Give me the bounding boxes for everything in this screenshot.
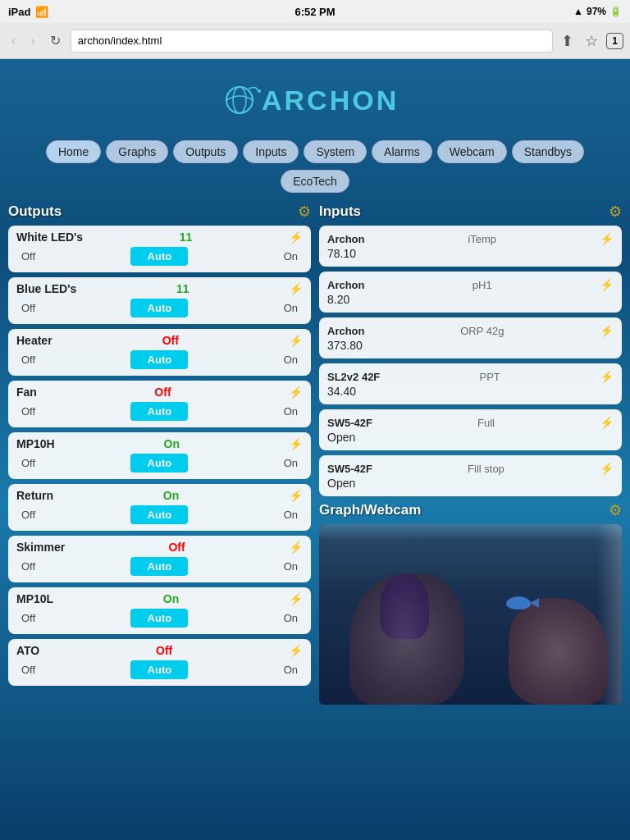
nav-standbys[interactable]: Standbys [512,140,584,163]
wifi-icon: 📶 [35,6,48,18]
off-btn-fan[interactable]: Off [16,403,40,420]
on-btn-heater[interactable]: On [279,351,303,368]
signal-icon: ▲ [573,6,583,17]
on-btn-white-leds[interactable]: On [279,248,303,265]
output-card-return: Return On ⚡ Off Auto On [8,484,311,531]
output-status-ato: Off [156,644,172,657]
input-type-ph1: pH1 [472,279,492,291]
on-btn-fan[interactable]: On [279,403,303,420]
on-btn-mp10l[interactable]: On [279,609,303,627]
graph-gear-icon[interactable]: ⚙ [609,501,622,519]
auto-btn-white-leds[interactable]: Auto [130,247,188,266]
auto-btn-mp10l[interactable]: Auto [130,609,188,628]
inputs-gear-icon[interactable]: ⚙ [609,203,622,221]
tune-icon-orp[interactable]: ⚡ [600,324,614,337]
input-value-full: Open [327,431,614,444]
tune-icon-white-leds[interactable]: ⚡ [289,231,303,244]
page-content: ARCHON Home Graphs Outputs Inputs System… [0,59,630,721]
tune-icon-ato[interactable]: ⚡ [289,644,303,657]
status-bar: iPad 📶 6:52 PM ▲ 97% 🔋 [0,0,630,23]
output-name-heater: Heater [16,334,52,347]
back-button[interactable]: ‹ [7,30,21,52]
auto-btn-mp10h[interactable]: Auto [130,454,188,472]
auto-btn-skimmer[interactable]: Auto [130,557,188,576]
off-btn-skimmer[interactable]: Off [16,558,40,575]
status-right: ▲ 97% 🔋 [573,6,622,17]
on-btn-mp10h[interactable]: On [279,454,303,472]
coral1 [380,573,429,639]
svg-point-2 [258,89,261,93]
off-btn-ato[interactable]: Off [16,661,40,678]
nav-outputs[interactable]: Outputs [173,140,238,163]
on-btn-return[interactable]: On [279,506,303,523]
tune-icon-itemp[interactable]: ⚡ [600,232,614,245]
output-controls-ato: Off Auto On [16,660,303,679]
webcam-box[interactable] [319,524,622,705]
nav-graphs[interactable]: Graphs [106,140,168,163]
tune-icon-fan[interactable]: ⚡ [289,386,303,399]
output-status-blue-leds: 11 [176,282,189,295]
nav-home[interactable]: Home [46,140,101,163]
bookmark-button[interactable]: ☆ [582,29,601,53]
input-type-orp: ORP 42g [460,325,504,337]
refresh-button[interactable]: ↻ [45,30,66,52]
tune-icon-mp10h[interactable]: ⚡ [289,437,303,450]
outputs-header: Outputs ⚙ [8,203,311,221]
nav-system[interactable]: System [304,140,367,163]
off-btn-white-leds[interactable]: Off [16,248,40,265]
nav-bar: Home Graphs Outputs Inputs System Alarms… [8,140,622,163]
auto-btn-return[interactable]: Auto [130,505,188,524]
output-status-white-leds: 11 [180,231,193,244]
tune-icon-ppt[interactable]: ⚡ [600,370,614,383]
off-btn-mp10l[interactable]: Off [16,609,40,627]
output-status-fan: Off [154,386,171,399]
input-value-fillstop: Open [327,477,614,490]
nav-webcam[interactable]: Webcam [437,140,507,163]
forward-button[interactable]: › [25,30,39,52]
tune-icon-blue-leds[interactable]: ⚡ [289,282,303,295]
output-card-ato: ATO Off ⚡ Off Auto On [8,639,311,686]
nav-inputs[interactable]: Inputs [243,140,299,163]
output-card-mp10h: MP10H On ⚡ Off Auto On [8,432,311,479]
auto-btn-heater[interactable]: Auto [130,350,188,369]
off-btn-mp10h[interactable]: Off [16,454,40,472]
output-card-skimmer: Skimmer Off ⚡ Off Auto On [8,536,311,582]
tune-icon-return[interactable]: ⚡ [289,489,303,502]
nav-alarms[interactable]: Alarms [372,140,432,163]
auto-btn-fan[interactable]: Auto [130,402,188,421]
share-button[interactable]: ⬆ [558,29,577,53]
tune-icon-skimmer[interactable]: ⚡ [289,541,303,554]
on-btn-skimmer[interactable]: On [279,558,303,575]
off-btn-blue-leds[interactable]: Off [16,299,40,317]
on-btn-ato[interactable]: On [279,661,303,678]
nav-ecotech[interactable]: EcoTech [281,170,349,193]
battery-label: 97% [587,6,606,17]
status-time: 6:52 PM [294,6,335,18]
tune-icon-heater[interactable]: ⚡ [289,334,303,347]
tune-icon-full[interactable]: ⚡ [600,416,614,429]
tune-icon-mp10l[interactable]: ⚡ [289,592,303,605]
tab-count[interactable]: 1 [606,33,623,49]
output-controls-mp10l: Off Auto On [16,609,303,628]
url-bar[interactable]: archon/index.html [71,30,554,52]
output-status-mp10h: On [164,437,180,450]
output-controls-mp10h: Off Auto On [16,454,303,472]
output-name-white-leds: White LED's [16,231,83,244]
tune-icon-fillstop[interactable]: ⚡ [600,462,614,475]
input-value-itemp: 78.10 [327,247,614,260]
tune-icon-ph1[interactable]: ⚡ [600,278,614,291]
output-card-fan: Fan Off ⚡ Off Auto On [8,381,311,427]
input-source-orp: Archon [327,325,365,337]
graph-section: Graph/Webcam ⚙ [319,501,622,705]
output-status-return: On [163,489,179,502]
output-name-mp10l: MP10L [16,592,53,605]
off-btn-heater[interactable]: Off [16,351,40,368]
on-btn-blue-leds[interactable]: On [279,299,303,317]
auto-btn-ato[interactable]: Auto [130,660,188,679]
outputs-gear-icon[interactable]: ⚙ [298,203,311,221]
graph-header: Graph/Webcam ⚙ [319,501,622,519]
off-btn-return[interactable]: Off [16,506,40,523]
output-name-skimmer: Skimmer [16,541,65,554]
auto-btn-blue-leds[interactable]: Auto [130,299,188,317]
input-card-fillstop: SW5-42F Fill stop ⚡ Open [319,455,622,496]
